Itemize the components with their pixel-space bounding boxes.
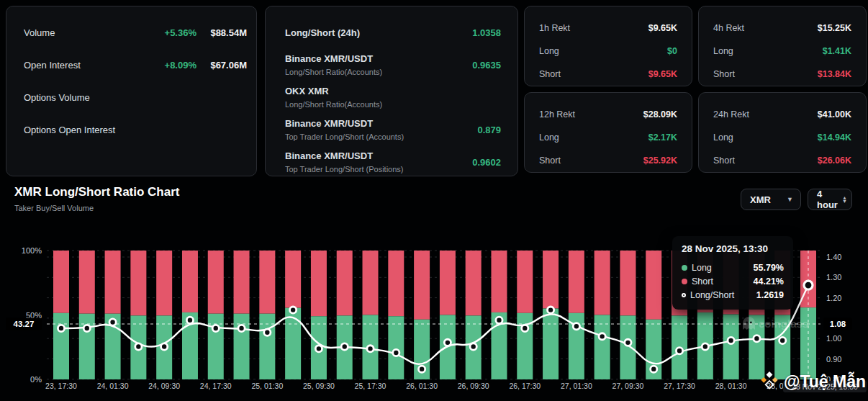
left-axis: 100%50%0% bbox=[22, 246, 42, 384]
tooltip-value: 55.79% bbox=[754, 263, 784, 273]
rekt-row: 24h Rekt$41.00K bbox=[713, 103, 851, 126]
symbol-select-value: XMR bbox=[750, 194, 771, 205]
rekt-long-label: Long bbox=[713, 132, 733, 143]
rekt-row: Long$14.94K bbox=[713, 126, 851, 149]
short-bar-segment bbox=[311, 251, 327, 316]
line-marker bbox=[161, 343, 168, 350]
rekt-short-label: Short bbox=[713, 69, 735, 79]
rekt-title: 1h Rekt bbox=[539, 23, 570, 33]
svg-text:100%: 100% bbox=[22, 246, 42, 255]
legend-dot-short bbox=[682, 279, 687, 284]
line-marker bbox=[522, 325, 528, 331]
svg-text:26, 17:30: 26, 17:30 bbox=[509, 382, 541, 390]
line-marker bbox=[212, 325, 219, 331]
short-bar-segment bbox=[569, 251, 584, 313]
short-bar-segment bbox=[337, 251, 353, 315]
interval-select[interactable]: 4 hour ▲▼ bbox=[808, 189, 852, 210]
ratio-row: Binance XMR/USDTTop Trader Long/Short (A… bbox=[285, 114, 501, 146]
svg-text:23, 17:30: 23, 17:30 bbox=[45, 382, 77, 390]
crosshair-right-badge: 1.08 bbox=[823, 318, 852, 330]
svg-text:0%: 0% bbox=[30, 375, 42, 384]
short-bar-segment bbox=[79, 251, 95, 314]
legend-dot-ratio bbox=[682, 293, 686, 297]
line-marker bbox=[754, 335, 760, 342]
author-watermark: @Tuệ Mẫn bbox=[759, 371, 866, 392]
chart-subtitle: Taker Buy/Sell Volume bbox=[14, 204, 94, 212]
rekt-card: 4h Rekt$15.25KLong$1.41KShort$13.84K bbox=[698, 6, 867, 86]
long-bar-segment bbox=[620, 315, 636, 379]
line-marker bbox=[264, 329, 271, 335]
ratio-exchange-label: Long/Short (24h) bbox=[285, 27, 360, 40]
line-marker bbox=[676, 348, 682, 354]
rekt-row: 4h Rekt$15.25K bbox=[713, 17, 851, 40]
rekt-long-value: $1.41K bbox=[823, 46, 851, 56]
ratio-sub-label: Top Trader Long/Short (Positions) bbox=[285, 164, 403, 175]
author-watermark-text: @Tuệ Mẫn bbox=[784, 372, 866, 392]
rekt-short-label: Short bbox=[539, 69, 561, 79]
legend-dot-long bbox=[682, 265, 687, 271]
line-marker bbox=[573, 323, 579, 330]
line-marker bbox=[625, 339, 631, 346]
line-marker bbox=[290, 307, 297, 313]
short-bar-segment bbox=[620, 251, 636, 315]
stat-label: Options Volume bbox=[24, 92, 90, 103]
stat-change: +8.09% bbox=[146, 60, 196, 71]
svg-text:28, 01:30: 28, 01:30 bbox=[715, 382, 747, 390]
market-stats-card: Volume+5.36%$88.54MOpen Interest+8.09%$6… bbox=[6, 6, 257, 176]
line-marker bbox=[728, 337, 734, 343]
ratio-row: Long/Short (24h)1.0358 bbox=[285, 17, 501, 49]
line-marker bbox=[367, 346, 374, 352]
tooltip-label: Short bbox=[692, 276, 713, 287]
line-marker bbox=[702, 343, 708, 350]
line-marker bbox=[393, 349, 399, 356]
stat-label: Options Open Interest bbox=[24, 125, 115, 135]
up-down-arrows-icon: ▲▼ bbox=[842, 196, 847, 203]
chart-canvas[interactable]: 100%50%0%1.401.301.201.000.900.8023, 17:… bbox=[0, 223, 868, 401]
short-bar-segment bbox=[182, 251, 198, 312]
ratio-value: 0.9602 bbox=[472, 157, 501, 168]
rekt-row: Short$13.84K bbox=[713, 63, 851, 86]
ratio-exchange-label: Binance XMR/USDT bbox=[285, 150, 403, 163]
ratio-row: OKX XMRLong/Short Ratio(Accounts) bbox=[285, 81, 501, 114]
line-marker bbox=[58, 325, 64, 331]
short-bar-segment bbox=[234, 251, 250, 314]
ratio-exchange-label: OKX XMR bbox=[285, 85, 382, 98]
ratio-sub-label: Long/Short Ratio(Accounts) bbox=[285, 99, 382, 110]
ratio-sub-label: Long/Short Ratio(Accounts) bbox=[285, 67, 382, 78]
rekt-title: 24h Rekt bbox=[713, 109, 749, 120]
long-bar-segment bbox=[543, 309, 559, 379]
svg-text:1.08: 1.08 bbox=[830, 320, 846, 328]
svg-text:27, 17:30: 27, 17:30 bbox=[664, 382, 695, 390]
rekt-long-value: $14.94K bbox=[818, 132, 851, 143]
line-marker bbox=[186, 317, 193, 323]
short-bar-segment bbox=[285, 251, 301, 308]
stat-row: Volume+5.36%$88.54M bbox=[24, 17, 247, 49]
short-bar-segment bbox=[130, 251, 146, 315]
tooltip-row: Long55.79% bbox=[682, 261, 784, 274]
rekt-row: 12h Rekt$28.09K bbox=[539, 103, 677, 126]
svg-text:25, 01:30: 25, 01:30 bbox=[251, 382, 283, 390]
rekt-row: Short$25.92K bbox=[539, 149, 677, 172]
svg-text:0.90: 0.90 bbox=[826, 355, 841, 364]
long-bar-segment bbox=[208, 314, 224, 379]
rekt-short-value: $26.06K bbox=[818, 156, 851, 166]
short-bar-segment bbox=[595, 251, 610, 315]
rekt-total: $15.25K bbox=[818, 23, 851, 33]
rekt-total: $9.65K bbox=[648, 23, 677, 33]
line-marker bbox=[779, 337, 786, 343]
chevron-down-icon: ▼ bbox=[787, 196, 793, 203]
stat-label: Volume bbox=[24, 27, 55, 38]
short-bar-segment bbox=[363, 251, 379, 315]
ratio-sub-label: Top Trader Long/Short (Accounts) bbox=[285, 132, 404, 143]
svg-text:26, 01:30: 26, 01:30 bbox=[406, 382, 438, 390]
symbol-select[interactable]: XMR ▼ bbox=[741, 189, 801, 210]
svg-text:26, 09:30: 26, 09:30 bbox=[458, 382, 489, 390]
long-bar-segment bbox=[234, 314, 250, 379]
ratio-exchange-label: Binance XMR/USDT bbox=[285, 117, 404, 130]
rekt-row: Short$26.06K bbox=[713, 149, 851, 172]
short-bar-segment bbox=[646, 251, 661, 320]
line-marker bbox=[444, 339, 451, 346]
line-marker bbox=[341, 343, 348, 350]
svg-text:27, 01:30: 27, 01:30 bbox=[561, 382, 592, 390]
diamond-logo-icon bbox=[759, 371, 779, 392]
